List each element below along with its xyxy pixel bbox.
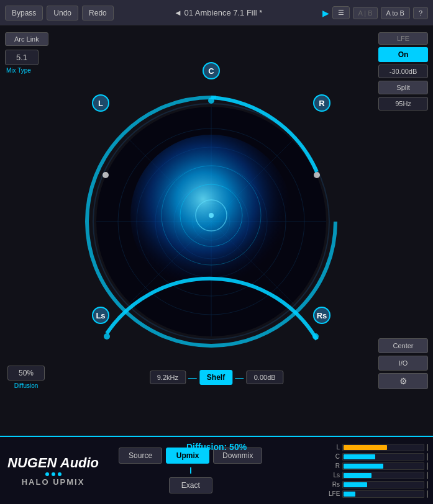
- svg-point-18: [103, 172, 109, 178]
- left-panel: Arc Link 5.1 Mix Type: [5, 32, 73, 74]
- lfe-panel: LFE On -30.00dB Split 95Hz: [378, 32, 428, 110]
- meter-row: L: [329, 444, 428, 451]
- lfe-db-value[interactable]: -30.00dB: [378, 65, 428, 78]
- help-button[interactable]: ?: [413, 7, 428, 19]
- center-button[interactable]: Center: [378, 338, 428, 353]
- lfe-label: LFE: [378, 32, 428, 45]
- meter-tick: [427, 453, 428, 461]
- shelf-arrow-left: —: [188, 372, 197, 382]
- meter-label-rs: Rs: [329, 481, 340, 488]
- brand-dot-2: [52, 472, 55, 476]
- brand-dot-3: [58, 472, 62, 476]
- shelf-freq-value[interactable]: 9.2kHz: [150, 371, 186, 384]
- shelf-controls: 9.2kHz — Shelf — 0.00dB: [150, 370, 283, 385]
- lfe-on-button[interactable]: On: [378, 47, 428, 62]
- visualizer-svg: [75, 57, 348, 361]
- connector-line: [190, 467, 191, 474]
- meter-label-ls: Ls: [329, 472, 340, 479]
- shelf-button[interactable]: Shelf: [199, 370, 232, 385]
- meter-tick: [427, 462, 428, 470]
- meter-tick: [427, 490, 428, 498]
- right-bottom-panel: Center I/O ⚙: [378, 338, 428, 389]
- diffusion-label: Diffusion: [7, 382, 45, 389]
- meter-row: C: [329, 453, 428, 461]
- meter-bar-ls: [342, 472, 424, 479]
- speaker-r[interactable]: R: [313, 94, 330, 112]
- shelf-db-value[interactable]: 0.00dB: [246, 371, 283, 384]
- toolbar: Bypass Undo Redo ◄ 01 Ambience 7.1 Fill …: [0, 0, 433, 26]
- visualizer: C L R Ls Rs: [75, 57, 348, 361]
- meter-row: Ls: [329, 472, 428, 479]
- source-button[interactable]: Source: [119, 448, 162, 464]
- meter-segment: [344, 482, 367, 487]
- meter-bar-c: [342, 453, 424, 461]
- brand-name: NUGEN Audio: [7, 455, 99, 471]
- brand-sub: HALO UPMIX: [7, 477, 99, 487]
- meters-panel: LCRLsRsLFE: [329, 442, 428, 499]
- svg-point-20: [104, 333, 110, 340]
- meter-bar-rs: [342, 481, 424, 488]
- speaker-c[interactable]: C: [203, 62, 220, 79]
- meter-segment: [344, 454, 375, 459]
- meter-label-l: L: [329, 444, 340, 451]
- speaker-rs[interactable]: Rs: [313, 307, 330, 324]
- meter-segment: [344, 445, 387, 450]
- brand-dot-1: [45, 472, 49, 476]
- undo-button[interactable]: Undo: [47, 6, 78, 20]
- meter-label-r: R: [329, 462, 340, 469]
- main-area: Arc Link 5.1 Mix Type 50% Diffusion LFE …: [0, 26, 433, 436]
- meter-tick: [427, 472, 428, 479]
- mix-type-label: Mix Type: [6, 67, 73, 74]
- mix-type-value[interactable]: 5.1: [5, 50, 39, 65]
- meter-segment: [344, 492, 355, 497]
- meter-segment: [344, 464, 383, 469]
- split-button[interactable]: Split: [378, 81, 428, 94]
- playlist-button[interactable]: ☰: [332, 6, 350, 19]
- svg-point-16: [209, 213, 214, 218]
- atob-button[interactable]: A to B: [381, 7, 410, 19]
- meter-tick: [427, 444, 428, 451]
- diffusion-value[interactable]: 50%: [7, 366, 45, 380]
- brand-dots: [7, 472, 99, 476]
- meter-bar-l: [342, 444, 424, 451]
- meter-segment: [344, 473, 371, 478]
- meter-bar-lfe: [342, 490, 424, 498]
- play-button[interactable]: ▶: [322, 8, 329, 18]
- exact-button-row: Exact: [119, 477, 262, 493]
- meter-row: Rs: [329, 481, 428, 488]
- meter-label-lfe: LFE: [329, 490, 340, 497]
- meter-row: R: [329, 462, 428, 470]
- speaker-l[interactable]: L: [92, 94, 109, 112]
- ab-selector[interactable]: A | B: [353, 7, 377, 19]
- io-button[interactable]: I/O: [378, 356, 428, 371]
- toolbar-right: ▶ ☰ A | B A to B ?: [322, 6, 428, 19]
- speaker-ls[interactable]: Ls: [92, 307, 109, 324]
- redo-button[interactable]: Redo: [82, 6, 114, 20]
- meter-tick: [427, 481, 428, 488]
- status-bar: NUGEN Audio HALO UPMIX Diffusion: 50% So…: [0, 436, 433, 504]
- bottom-buttons: Source Upmix Downmix Exact: [119, 448, 262, 493]
- exact-button[interactable]: Exact: [169, 477, 212, 493]
- preset-title: ◄ 01 Ambience 7.1 Fill *: [117, 8, 319, 17]
- diffusion-box: 50% Diffusion: [7, 366, 45, 389]
- shelf-arrow-right: —: [235, 372, 244, 382]
- status-label: Diffusion: 50%: [186, 442, 247, 452]
- meter-label-c: C: [329, 453, 340, 460]
- meter-row: LFE: [329, 490, 428, 498]
- bypass-button[interactable]: Bypass: [5, 6, 43, 20]
- lfe-freq-value[interactable]: 95Hz: [378, 97, 428, 110]
- brand-area: NUGEN Audio HALO UPMIX: [7, 455, 99, 487]
- arc-link-button[interactable]: Arc Link: [5, 32, 48, 46]
- meter-bar-r: [342, 462, 424, 470]
- gear-button[interactable]: ⚙: [378, 373, 428, 389]
- svg-point-19: [314, 172, 320, 178]
